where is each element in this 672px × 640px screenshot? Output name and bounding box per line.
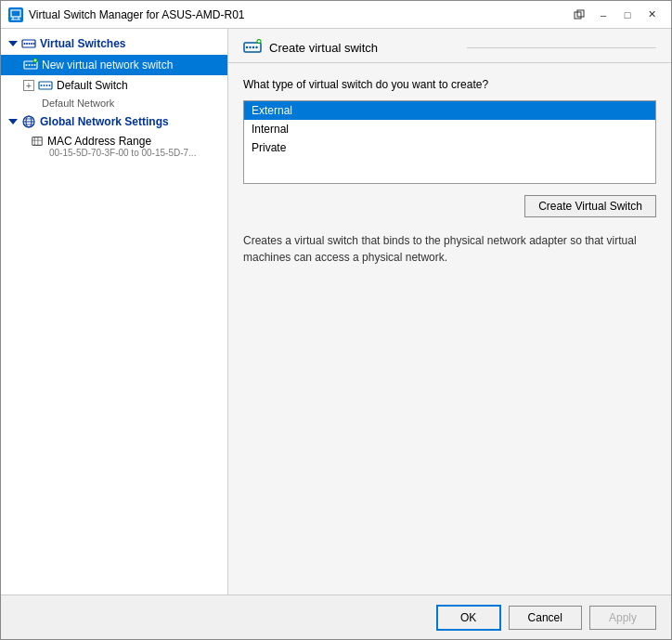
apply-button[interactable]: Apply — [589, 606, 656, 630]
maximize-button[interactable]: □ — [615, 6, 640, 24]
virtual-switches-section[interactable]: Virtual Switches — [1, 33, 227, 55]
svg-rect-30 — [32, 137, 43, 146]
global-network-icon — [21, 114, 36, 129]
svg-point-13 — [26, 64, 28, 66]
sidebar-sub-default-network: Default Network — [1, 96, 227, 111]
new-virtual-switch-icon — [23, 58, 38, 72]
global-network-section[interactable]: Global Network Settings — [1, 111, 227, 133]
switch-type-list[interactable]: External Internal Private — [243, 100, 656, 184]
window-title: Virtual Switch Manager for ASUS-AMD-R01 — [29, 8, 567, 21]
virtual-switches-icon — [21, 36, 36, 51]
mac-address-sub: 00-15-5D-70-3F-00 to 00-15-5D-7... — [31, 148, 220, 158]
global-collapse-icon — [8, 119, 18, 124]
restore-button[interactable] — [567, 6, 591, 24]
create-btn-row: Create Virtual Switch — [243, 195, 656, 217]
panel-header-icon — [243, 38, 262, 57]
sidebar-item-mac-range[interactable]: MAC Address Range 00-15-5D-70-3F-00 to 0… — [1, 133, 227, 160]
cancel-button[interactable]: Cancel — [509, 606, 582, 630]
default-switch-label: Default Switch — [57, 79, 128, 92]
virtual-switches-label: Virtual Switches — [40, 37, 125, 50]
ok-button[interactable]: OK — [436, 605, 501, 631]
mac-icon — [31, 135, 44, 148]
content-area: Virtual Switches New virtual network swi… — [1, 29, 671, 594]
main-panel: Create virtual switch What type of virtu… — [228, 29, 671, 594]
svg-point-36 — [249, 46, 251, 48]
sidebar: Virtual Switches New virtual network swi… — [1, 29, 228, 594]
svg-point-23 — [46, 85, 48, 86]
svg-point-9 — [29, 43, 31, 45]
mac-range-label-row: MAC Address Range — [31, 135, 220, 148]
title-bar: Virtual Switch Manager for ASUS-AMD-R01 … — [1, 1, 671, 29]
svg-point-11 — [33, 43, 35, 45]
new-virtual-label: New virtual network switch — [42, 59, 173, 72]
switch-type-external[interactable]: External — [244, 101, 655, 120]
switch-type-internal[interactable]: Internal — [244, 120, 655, 138]
collapse-icon — [8, 41, 18, 46]
sidebar-item-default-switch[interactable]: + Default Switch — [1, 75, 227, 96]
panel-body: What type of virtual switch do you want … — [228, 63, 671, 594]
svg-point-16 — [34, 64, 36, 66]
app-icon — [8, 7, 23, 22]
header-divider — [467, 47, 657, 48]
svg-point-21 — [41, 85, 43, 86]
svg-point-37 — [252, 46, 254, 48]
svg-point-7 — [24, 43, 26, 45]
svg-point-14 — [29, 64, 31, 66]
footer: OK Cancel Apply — [1, 594, 671, 639]
svg-point-8 — [26, 43, 28, 45]
main-window: Virtual Switch Manager for ASUS-AMD-R01 … — [0, 0, 672, 640]
switch-type-question: What type of virtual switch do you want … — [243, 78, 656, 91]
sidebar-item-new-virtual[interactable]: New virtual network switch — [1, 55, 227, 75]
minimize-button[interactable]: – — [591, 6, 615, 24]
expand-icon: + — [23, 80, 34, 91]
svg-rect-0 — [11, 10, 20, 17]
panel-title: Create virtual switch — [269, 41, 459, 55]
create-virtual-switch-button[interactable]: Create Virtual Switch — [524, 195, 656, 217]
svg-point-35 — [246, 46, 248, 48]
panel-header: Create virtual switch — [228, 29, 671, 63]
default-switch-icon — [38, 78, 53, 93]
svg-point-10 — [31, 43, 32, 45]
default-network-sub: Default Network — [42, 98, 220, 109]
global-network-label: Global Network Settings — [40, 115, 169, 128]
mac-address-label: MAC Address Range — [47, 135, 151, 148]
svg-point-24 — [49, 85, 51, 86]
svg-point-38 — [255, 46, 257, 48]
svg-point-15 — [32, 64, 33, 66]
close-button[interactable]: ✕ — [640, 6, 664, 24]
svg-point-22 — [44, 85, 45, 86]
switch-description: Creates a virtual switch that binds to t… — [243, 232, 656, 266]
window-controls: – □ ✕ — [567, 6, 664, 24]
switch-type-private[interactable]: Private — [244, 138, 655, 157]
